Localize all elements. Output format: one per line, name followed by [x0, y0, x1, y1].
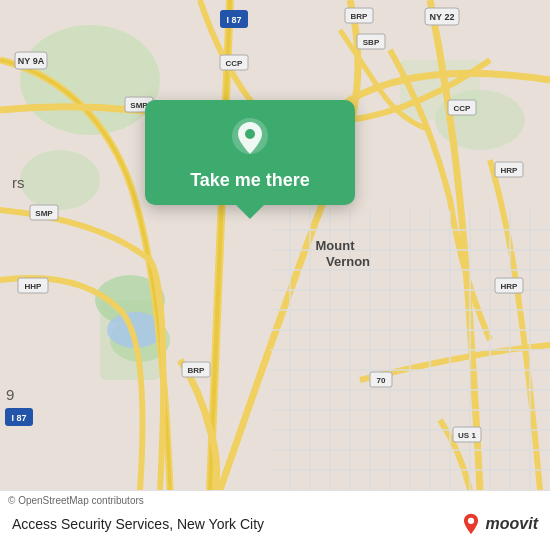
- svg-text:HRP: HRP: [501, 166, 519, 175]
- svg-text:rs: rs: [12, 174, 25, 191]
- svg-text:HHP: HHP: [25, 282, 43, 291]
- moovit-logo: moovit: [460, 513, 538, 535]
- location-pin-icon: [228, 116, 272, 160]
- map-background: I 87 NY 9A SMP BRP NY 22 SBP CCP CCP SMP…: [0, 0, 550, 490]
- location-popup[interactable]: Take me there: [145, 100, 355, 205]
- svg-text:I 87: I 87: [226, 15, 241, 25]
- svg-text:I 87: I 87: [11, 413, 26, 423]
- svg-text:9: 9: [6, 386, 14, 403]
- popup-label: Take me there: [190, 170, 310, 191]
- svg-text:BRP: BRP: [188, 366, 206, 375]
- moovit-logo-text: moovit: [486, 515, 538, 533]
- svg-text:CCP: CCP: [454, 104, 472, 113]
- bottom-bar: © OpenStreetMap contributors Access Secu…: [0, 490, 550, 550]
- svg-text:70: 70: [377, 376, 386, 385]
- svg-text:Vernon: Vernon: [326, 254, 370, 269]
- svg-text:SMP: SMP: [35, 209, 53, 218]
- map-container: I 87 NY 9A SMP BRP NY 22 SBP CCP CCP SMP…: [0, 0, 550, 490]
- svg-text:NY 22: NY 22: [430, 12, 455, 22]
- svg-point-2: [20, 150, 100, 210]
- map-attribution: © OpenStreetMap contributors: [8, 495, 144, 506]
- svg-text:HRP: HRP: [501, 282, 519, 291]
- svg-text:US 1: US 1: [458, 431, 476, 440]
- svg-point-75: [467, 517, 473, 523]
- moovit-pin-icon: [460, 513, 482, 535]
- svg-text:Mount: Mount: [316, 238, 356, 253]
- location-name: Access Security Services, New York City: [12, 516, 264, 532]
- svg-text:BRP: BRP: [351, 12, 369, 21]
- svg-text:SBP: SBP: [363, 38, 380, 47]
- svg-point-74: [245, 129, 255, 139]
- svg-text:CCP: CCP: [226, 59, 244, 68]
- svg-text:NY 9A: NY 9A: [18, 56, 45, 66]
